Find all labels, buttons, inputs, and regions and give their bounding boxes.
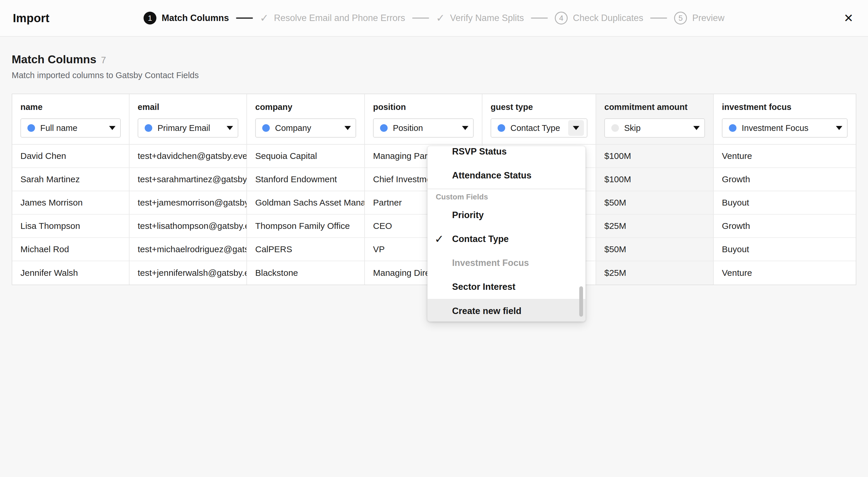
check-icon: ✓ <box>435 233 444 246</box>
table-cell-name: Jennifer Walsh <box>12 261 129 285</box>
chevron-down-icon <box>693 126 700 130</box>
step-label: Check Duplicates <box>573 13 643 23</box>
column-header-guest-type: guest typeContact Type <box>483 94 596 145</box>
column-label: name <box>21 102 121 112</box>
step-complete-check-icon: ✓ <box>260 12 269 24</box>
mapped-field-dot-icon <box>729 124 737 132</box>
column-header-name: nameFull name <box>12 94 129 145</box>
field-select-skip[interactable]: Skip <box>604 118 705 138</box>
skip-dot-icon <box>611 124 619 132</box>
table-cell-commitment-amount: $100M <box>596 168 714 191</box>
step-resolve-email-and-phone-errors[interactable]: ✓Resolve Email and Phone Errors <box>260 12 405 24</box>
table-cell-name: Sarah Martinez <box>12 168 129 191</box>
field-select-company[interactable]: Company <box>255 118 356 138</box>
close-icon[interactable]: ✕ <box>842 11 855 25</box>
menu-divider <box>428 189 585 189</box>
field-select-primary-email[interactable]: Primary Email <box>138 118 238 138</box>
chevron-down-icon <box>344 126 351 130</box>
table-cell-commitment-amount: $100M <box>596 145 714 168</box>
table-cell-investment-focus: Buyout <box>714 238 856 261</box>
step-connector <box>236 18 253 19</box>
step-check-duplicates[interactable]: 4Check Duplicates <box>555 12 643 25</box>
table-cell-name: Lisa Thompson <box>12 215 129 238</box>
menu-item-label: Priority <box>452 210 484 220</box>
menu-scrollbar[interactable] <box>579 286 583 317</box>
field-select-contact-type[interactable]: Contact Type <box>491 118 587 138</box>
step-connector <box>412 18 429 19</box>
table-cell-investment-focus: Growth <box>714 168 856 191</box>
table-cell-name: David Chen <box>12 145 129 168</box>
table-cell-email: test+jenniferwalsh@gatsby.ev <box>129 261 247 285</box>
menu-item-label: Contact Type <box>452 234 509 244</box>
table-cell-email: test+davidchen@gatsby.event <box>129 145 247 168</box>
column-header-investment-focus: investment focusInvestment Focus <box>714 94 856 145</box>
field-select-investment-focus[interactable]: Investment Focus <box>722 118 847 138</box>
step-label: Preview <box>692 13 724 23</box>
step-connector <box>650 18 667 19</box>
table-cell-company: Blackstone <box>247 261 365 285</box>
page-title: Match Columns <box>12 53 96 66</box>
menu-section-custom-fields: Custom Fields <box>428 190 585 203</box>
column-label: commitment amount <box>604 102 705 112</box>
column-header-company: companyCompany <box>247 94 365 145</box>
column-label: guest type <box>491 102 587 112</box>
menu-item-attendance-status[interactable]: Attendance Status <box>428 164 585 188</box>
step-verify-name-splits[interactable]: ✓Verify Name Splits <box>436 12 524 24</box>
menu-item-sector-interest[interactable]: Sector Interest <box>428 275 585 299</box>
field-select-full-name[interactable]: Full name <box>21 118 121 138</box>
table-cell-company: CalPERS <box>247 238 365 261</box>
step-connector <box>531 18 548 19</box>
chevron-down-icon <box>227 126 233 130</box>
column-label: investment focus <box>722 102 847 112</box>
table-cell-email: test+lisathompson@gatsby.ev <box>129 215 247 238</box>
table-cell-investment-focus: Growth <box>714 215 856 238</box>
table-cell-company: Goldman Sachs Asset Manage <box>247 191 365 215</box>
table-cell-name: Michael Rod <box>12 238 129 261</box>
mapped-field-dot-icon <box>27 124 35 132</box>
select-value: Contact Type <box>510 123 563 133</box>
field-select-position[interactable]: Position <box>373 118 474 138</box>
column-label: position <box>373 102 474 112</box>
table-cell-company: Sequoia Capital <box>247 145 365 168</box>
stepper: 1Match Columns✓Resolve Email and Phone E… <box>144 0 724 36</box>
field-dropdown-menu: RSVP StatusAttendance StatusCustom Field… <box>427 146 586 322</box>
step-match-columns[interactable]: 1Match Columns <box>144 12 229 25</box>
column-label: company <box>255 102 356 112</box>
select-value: Full name <box>40 123 104 133</box>
column-label: email <box>138 102 238 112</box>
table-cell-commitment-amount: $25M <box>596 261 714 285</box>
step-label: Resolve Email and Phone Errors <box>274 13 405 23</box>
chevron-down-icon <box>462 126 468 130</box>
mapped-field-dot-icon <box>498 124 505 132</box>
import-title: Import <box>13 12 50 25</box>
chevron-button <box>568 120 584 136</box>
menu-item-investment-focus[interactable]: Investment Focus <box>428 251 585 275</box>
column-count: 7 <box>101 55 106 66</box>
column-header-email: emailPrimary Email <box>129 94 247 145</box>
menu-item-rsvp-status[interactable]: RSVP Status <box>428 146 585 164</box>
chevron-down-icon <box>109 126 116 130</box>
menu-item-label: Create new field <box>452 306 522 316</box>
import-wizard-page: { "header": { "title": "Import", "close_… <box>0 0 868 477</box>
step-number-badge: 5 <box>674 12 687 25</box>
table-cell-email: test+sarahmartinez@gatsby.ev <box>129 168 247 191</box>
table-cell-investment-focus: Buyout <box>714 191 856 215</box>
column-header-position: positionPosition <box>365 94 483 145</box>
step-number-badge: 1 <box>144 12 156 25</box>
menu-item-create-new-field[interactable]: Create new field <box>428 299 585 322</box>
step-label: Verify Name Splits <box>450 13 524 23</box>
table-cell-commitment-amount: $50M <box>596 191 714 215</box>
select-value: Company <box>275 123 339 133</box>
step-label: Match Columns <box>162 13 229 23</box>
step-complete-check-icon: ✓ <box>436 12 445 24</box>
select-value: Position <box>393 123 457 133</box>
table-cell-name: James Morrison <box>12 191 129 215</box>
mapped-field-dot-icon <box>145 124 152 132</box>
chevron-down-icon <box>836 126 842 130</box>
table-cell-company: Stanford Endowment <box>247 168 365 191</box>
table-cell-investment-focus: Venture <box>714 145 856 168</box>
menu-item-label: RSVP Status <box>452 146 507 157</box>
menu-item-contact-type[interactable]: ✓Contact Type <box>428 227 585 251</box>
step-preview[interactable]: 5Preview <box>674 12 724 25</box>
menu-item-priority[interactable]: Priority <box>428 203 585 227</box>
